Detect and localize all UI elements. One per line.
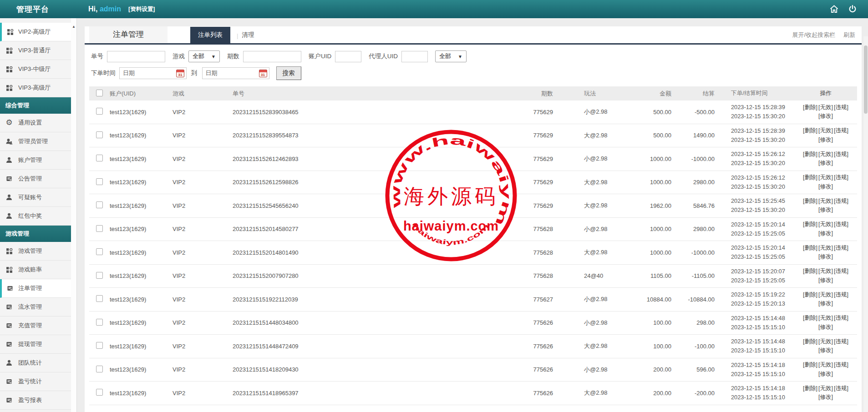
sidebar-item[interactable]: 游戏赔率 bbox=[0, 261, 71, 279]
action-delete[interactable]: [删除] bbox=[803, 151, 817, 157]
sidebar-item[interactable]: VIP3-高级厅 bbox=[0, 79, 71, 97]
action-modify[interactable]: [修改] bbox=[818, 324, 833, 330]
action-modify[interactable]: [修改] bbox=[818, 394, 833, 400]
action-delete[interactable]: [删除] bbox=[803, 268, 817, 274]
tab-cleanup[interactable]: 清理 bbox=[239, 27, 257, 43]
sidebar-item[interactable]: ⚙通用设置 bbox=[0, 114, 71, 132]
calendar-icon[interactable]: 31 bbox=[259, 70, 267, 77]
tab-order-list[interactable]: 注单列表 bbox=[190, 27, 230, 43]
row-checkbox[interactable] bbox=[96, 131, 103, 138]
scrollbar-thumb[interactable] bbox=[864, 45, 868, 114]
action-delete[interactable]: [删除] bbox=[803, 385, 817, 392]
vertical-scrollbar[interactable] bbox=[863, 36, 868, 412]
sidebar-item[interactable]: 充值管理 bbox=[0, 317, 71, 335]
page-title-tab[interactable]: 注单管理 bbox=[89, 26, 168, 43]
action-invalid[interactable]: [无效] bbox=[818, 268, 833, 274]
action-modify[interactable]: [修改] bbox=[818, 277, 833, 283]
row-checkbox[interactable] bbox=[96, 108, 103, 115]
action-invalid[interactable]: [无效] bbox=[818, 127, 833, 134]
action-invalid[interactable]: [无效] bbox=[818, 174, 833, 181]
action-modify[interactable]: [修改] bbox=[818, 300, 833, 306]
action-violation[interactable]: [违规] bbox=[834, 291, 848, 298]
sidebar-item[interactable]: 管理员管理 bbox=[0, 132, 71, 151]
status-select[interactable]: 全部 ▼ bbox=[435, 50, 467, 62]
row-checkbox[interactable] bbox=[96, 366, 103, 372]
order-no-input[interactable] bbox=[107, 51, 165, 62]
action-violation[interactable]: [违规] bbox=[834, 221, 848, 227]
sidebar-item[interactable]: 注单管理 bbox=[0, 279, 71, 298]
action-violation[interactable]: [违规] bbox=[834, 127, 848, 134]
action-violation[interactable]: [违规] bbox=[834, 385, 848, 392]
row-checkbox[interactable] bbox=[96, 178, 103, 185]
sidebar-item[interactable]: VIP3-普通厅 bbox=[0, 41, 71, 60]
action-invalid[interactable]: [无效] bbox=[818, 338, 833, 345]
action-modify[interactable]: [修改] bbox=[818, 206, 833, 213]
action-modify[interactable]: [修改] bbox=[818, 160, 833, 166]
action-delete[interactable]: [删除] bbox=[803, 174, 817, 181]
calendar-icon[interactable]: 31 bbox=[176, 70, 184, 77]
action-delete[interactable]: [删除] bbox=[803, 245, 817, 251]
sidebar-item[interactable]: 团队统计 bbox=[0, 354, 71, 372]
action-modify[interactable]: [修改] bbox=[818, 230, 833, 236]
action-violation[interactable]: [违规] bbox=[834, 315, 848, 321]
action-violation[interactable]: [违规] bbox=[834, 198, 848, 204]
refresh-link[interactable]: 刷新 bbox=[843, 31, 855, 39]
action-violation[interactable]: [违规] bbox=[834, 151, 848, 157]
row-checkbox[interactable] bbox=[96, 225, 103, 232]
row-checkbox[interactable] bbox=[96, 201, 103, 208]
sidebar-item[interactable]: 红包中奖 bbox=[0, 207, 71, 226]
logout-power-icon[interactable] bbox=[848, 5, 857, 14]
row-checkbox[interactable] bbox=[96, 295, 103, 302]
sidebar-item[interactable]: 公告管理 bbox=[0, 170, 71, 188]
row-checkbox[interactable] bbox=[96, 248, 103, 255]
date-from-input[interactable]: 日期 31 bbox=[119, 67, 187, 79]
toggle-search-link[interactable]: 展开/收起搜索栏 bbox=[792, 31, 835, 39]
profile-settings-link[interactable]: [资料设置] bbox=[128, 5, 155, 13]
action-violation[interactable]: [违规] bbox=[834, 245, 848, 251]
uid-input[interactable] bbox=[335, 51, 361, 62]
action-violation[interactable]: [违规] bbox=[834, 104, 848, 111]
action-violation[interactable]: [违规] bbox=[834, 362, 848, 368]
row-checkbox[interactable] bbox=[96, 319, 103, 326]
scroll-up-arrow-icon[interactable]: ▲ bbox=[71, 25, 76, 29]
action-violation[interactable]: [违规] bbox=[834, 338, 848, 345]
action-delete[interactable]: [删除] bbox=[803, 338, 817, 345]
action-modify[interactable]: [修改] bbox=[818, 347, 833, 353]
action-delete[interactable]: [删除] bbox=[803, 127, 817, 134]
search-button[interactable]: 搜索 bbox=[276, 66, 301, 80]
action-invalid[interactable]: [无效] bbox=[818, 385, 833, 392]
action-modify[interactable]: [修改] bbox=[818, 136, 833, 143]
action-invalid[interactable]: [无效] bbox=[818, 315, 833, 321]
row-checkbox[interactable] bbox=[96, 272, 103, 279]
sidebar-item[interactable]: 账户管理 bbox=[0, 151, 71, 170]
sidebar-item[interactable]: VIP3-中级厅 bbox=[0, 60, 71, 79]
row-checkbox[interactable] bbox=[96, 342, 103, 349]
action-modify[interactable]: [修改] bbox=[818, 113, 833, 119]
agent-uid-input[interactable] bbox=[401, 51, 428, 62]
period-input[interactable] bbox=[243, 51, 301, 62]
action-invalid[interactable]: [无效] bbox=[818, 104, 833, 111]
sidebar-item[interactable]: VIP2-高级厅 bbox=[0, 23, 71, 41]
date-to-input[interactable]: 日期 31 bbox=[202, 67, 269, 79]
action-invalid[interactable]: [无效] bbox=[818, 198, 833, 204]
sidebar-item[interactable]: 提现管理 bbox=[0, 335, 71, 354]
action-invalid[interactable]: [无效] bbox=[818, 221, 833, 227]
action-invalid[interactable]: [无效] bbox=[818, 245, 833, 251]
home-icon[interactable] bbox=[829, 5, 839, 14]
action-invalid[interactable]: [无效] bbox=[818, 291, 833, 298]
row-checkbox[interactable] bbox=[96, 155, 103, 161]
action-delete[interactable]: [删除] bbox=[803, 104, 817, 111]
sidebar-scrollbar[interactable]: ▲ bbox=[71, 18, 77, 412]
row-checkbox[interactable] bbox=[96, 389, 103, 396]
action-delete[interactable]: [删除] bbox=[803, 362, 817, 368]
action-delete[interactable]: [删除] bbox=[803, 315, 817, 321]
action-violation[interactable]: [违规] bbox=[834, 268, 848, 274]
select-all-checkbox[interactable] bbox=[96, 90, 103, 96]
action-modify[interactable]: [修改] bbox=[818, 183, 833, 190]
action-modify[interactable]: [修改] bbox=[818, 253, 833, 260]
sidebar-item[interactable]: 流水管理 bbox=[0, 298, 71, 317]
sidebar-item[interactable]: 可疑账号 bbox=[0, 188, 71, 207]
action-modify[interactable]: [修改] bbox=[818, 371, 833, 377]
sidebar-item[interactable]: 盈亏报表 bbox=[0, 391, 71, 410]
action-delete[interactable]: [删除] bbox=[803, 221, 817, 227]
